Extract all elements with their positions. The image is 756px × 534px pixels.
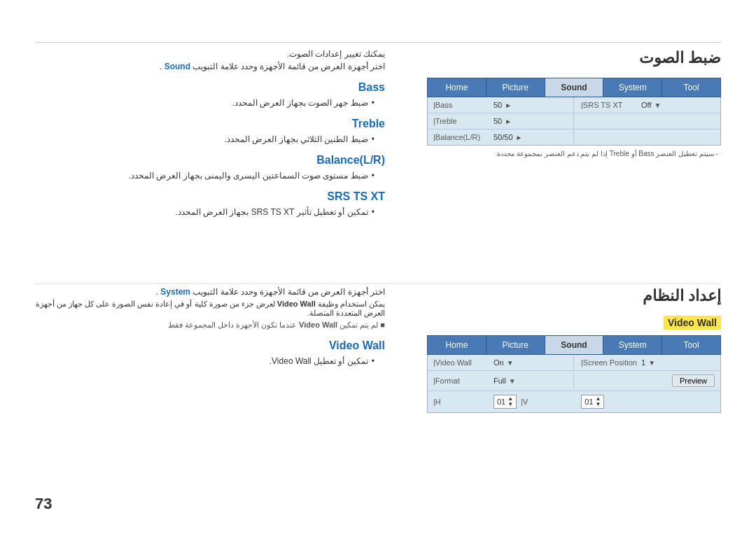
sound-title-ar: ضبط الصوت — [427, 49, 721, 67]
screenpos-cell: |Screen Position 1 ▼ — [574, 355, 720, 370]
videowall-body: تمكين أو تعطيل Video Wall. — [35, 356, 385, 366]
system-intro-period: . — [156, 287, 158, 297]
screenpos-value: 1 — [641, 358, 645, 367]
videowall-on-cell: |Video Wall On ▼ — [428, 355, 574, 370]
system-link: System — [160, 287, 190, 297]
treble-label: |Treble — [433, 117, 489, 125]
tab-picture-system[interactable]: Picture — [486, 336, 545, 354]
videowall-label: |Video Wall — [433, 358, 489, 367]
v-spinner[interactable]: ▲▼ — [595, 396, 601, 407]
tab-home-system[interactable]: Home — [428, 336, 486, 354]
system-note-dash: ■ — [378, 321, 385, 329]
tab-system-sound[interactable]: System — [603, 78, 662, 97]
bass-value: 50 — [493, 101, 502, 109]
balance-value: 50/50 — [493, 133, 513, 141]
format-value: Full — [493, 377, 506, 385]
system-section: إعداد النظام Video Wall Home Picture Sou… — [427, 287, 721, 413]
videowall-bold2: Video Wall — [299, 321, 337, 329]
balance-arrow[interactable]: ► — [516, 134, 523, 141]
tab-tool-system[interactable]: Tool — [662, 336, 720, 354]
format-arrow[interactable]: ▼ — [509, 377, 516, 385]
treble-value: 50 — [493, 117, 502, 125]
top-divider — [35, 42, 721, 43]
sound-description: يمكنك تغيير إعدادات الصوت. اختر أجهزة ال… — [35, 49, 385, 217]
system-note: ■ لم يتم تمكين Video Wall عندما تكون الأ… — [35, 321, 385, 330]
tab-picture-sound[interactable]: Picture — [486, 78, 545, 97]
v-label: |V — [521, 398, 577, 406]
preview-cell: Preview — [574, 371, 720, 391]
treble-right-cell — [574, 118, 720, 125]
sound-section: ضبط الصوت Home Picture Sound System Tool… — [427, 49, 721, 157]
v-value: 01 — [584, 398, 593, 406]
section-divider — [35, 283, 721, 284]
srs-heading: SRS TS XT — [35, 190, 385, 203]
format-cell: |Format Full ▼ — [428, 373, 574, 388]
srs-body: تمكين أو تعطيل تأثير SRS TS XT بجهاز الع… — [35, 207, 385, 217]
balance-cell: |Balance(L/R) 50/50 ► — [428, 129, 574, 145]
screenpos-label: |Screen Position — [581, 358, 637, 367]
sound-row-treble: |Treble 50 ► — [428, 113, 720, 129]
videowall-bold1: Video Wall — [277, 300, 316, 308]
videowall-row3: |H 01 ▲▼ |V 01 ▲▼ — [428, 391, 720, 412]
system-intro1: اختر أجهزة العرض من قائمة الأجهزة وحدد ع… — [35, 287, 385, 297]
h-spinner[interactable]: ▲▼ — [507, 396, 513, 407]
sound-intro-text2: اختر أجهزة العرض من قائمة الأجهزة وحدد ع… — [190, 62, 385, 71]
system-content-table: |Video Wall On ▼ |Screen Position 1 ▼ |F… — [427, 355, 721, 413]
balance-heading: Balance(L/R) — [35, 154, 385, 167]
videowall-on-arrow[interactable]: ▼ — [507, 359, 514, 367]
sound-intro-text1: يمكنك تغيير إعدادات الصوت. — [287, 49, 385, 59]
sound-intro-period: . — [160, 62, 162, 71]
treble-cell: |Treble 50 ► — [428, 113, 574, 129]
balance-label: |Balance(L/R) — [433, 133, 489, 141]
video-wall-highlight-label: Video Wall — [664, 316, 721, 330]
sound-note: - سيتم تعطيل العنصر Bass أو Treble إذا ل… — [427, 150, 721, 157]
h-value: 01 — [497, 398, 505, 406]
treble-body: ضبط الطنين الثلاثي بجهاز العرض المحدد. — [35, 134, 385, 144]
bass-arrow[interactable]: ► — [505, 101, 512, 109]
tab-sound-sound[interactable]: Sound — [545, 78, 604, 97]
videowall-on-value: On — [493, 358, 504, 367]
screenpos-arrow[interactable]: ▼ — [648, 359, 655, 367]
bass-cell: |Bass 50 ► — [428, 97, 574, 113]
tab-system-system[interactable]: System — [603, 336, 662, 354]
srs-dropdown-arrow[interactable]: ▼ — [654, 101, 661, 109]
videowall-row1: |Video Wall On ▼ |Screen Position 1 ▼ — [428, 355, 720, 371]
hv-cell: |H 01 ▲▼ |V 01 ▲▼ — [428, 391, 720, 412]
srs-cell: |SRS TS XT Off ▼ — [574, 97, 720, 113]
preview-button[interactable]: Preview — [672, 374, 715, 387]
system-menu-bar: Home Picture Sound System Tool — [427, 335, 721, 355]
sound-note-text: - سيتم تعطيل العنصر Bass أو Treble إذا ل… — [496, 150, 718, 157]
system-intro-text1: اختر أجهزة العرض من قائمة الأجهزة وحدد ع… — [190, 287, 385, 297]
bass-label: |Bass — [433, 101, 489, 109]
srs-value: Off — [641, 101, 651, 109]
sound-intro: يمكنك تغيير إعدادات الصوت. — [35, 49, 385, 59]
sound-content-table: |Bass 50 ► |SRS TS XT Off ▼ |Treble 50 ►… — [427, 97, 721, 146]
balance-right-cell — [574, 134, 720, 141]
sound-row-bass: |Bass 50 ► |SRS TS XT Off ▼ — [428, 97, 720, 113]
system-description: اختر أجهزة العرض من قائمة الأجهزة وحدد ع… — [35, 287, 385, 366]
sound-row-balance: |Balance(L/R) 50/50 ► — [428, 129, 720, 145]
system-desc1: يمكن استخدام وظيفة Video Wall لعرض جزء م… — [35, 300, 385, 318]
sound-menu-bar: Home Picture Sound System Tool — [427, 78, 721, 97]
treble-heading: Treble — [35, 118, 385, 130]
h-label: |H — [433, 398, 489, 406]
bass-body: ضبط جهر الصوت بجهاز العرض المحدد. — [35, 98, 385, 108]
srs-label: |SRS TS XT — [581, 101, 637, 109]
videowall-row2: |Format Full ▼ Preview — [428, 371, 720, 391]
balance-body: ضبط مستوى صوت السماعتين اليسرى واليمنى ب… — [35, 171, 385, 181]
format-label: |Format — [433, 377, 489, 385]
treble-arrow[interactable]: ► — [505, 118, 512, 125]
tab-sound-system[interactable]: Sound — [545, 336, 604, 354]
videowall-subheading: Video Wall — [35, 339, 385, 352]
page-number: 73 — [35, 495, 52, 513]
bass-heading: Bass — [35, 81, 385, 94]
sound-intro2: اختر أجهزة العرض من قائمة الأجهزة وحدد ع… — [35, 62, 385, 71]
tab-tool-sound[interactable]: Tool — [662, 78, 720, 97]
sound-intro-link: Sound — [164, 62, 190, 71]
system-title-ar: إعداد النظام — [427, 287, 721, 305]
tab-home-sound[interactable]: Home — [428, 78, 486, 97]
